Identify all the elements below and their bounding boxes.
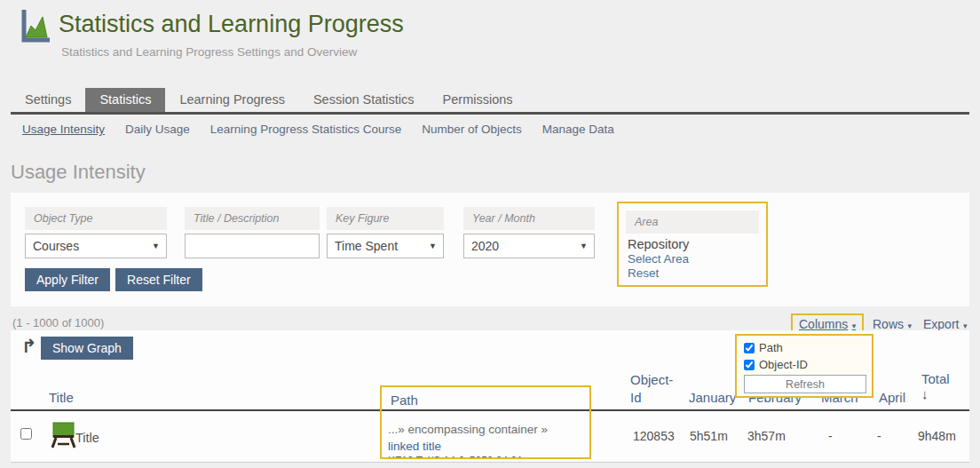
export-caret-icon: ▾ — [963, 321, 968, 330]
filter-year-month-label: Year / Month — [463, 207, 595, 230]
bottom-separator — [11, 462, 969, 463]
year-month-select[interactable]: 2020 ▼ — [463, 234, 595, 258]
object-id-option-label: Object-ID — [759, 358, 808, 371]
subtab-manage-data[interactable]: Manage Data — [542, 123, 614, 136]
row-january-value: 5h51m — [690, 429, 728, 443]
select-caret-icon: ▼ — [580, 234, 588, 258]
object-type-select[interactable]: Courses ▼ — [25, 234, 167, 258]
row-march-value: - — [828, 429, 833, 443]
col-header-january[interactable]: January — [689, 390, 736, 405]
subtab-usage-intensity[interactable]: Usage Intensity — [22, 123, 105, 136]
apply-filter-button[interactable]: Apply Filter — [25, 268, 110, 291]
year-month-value: 2020 — [471, 239, 499, 253]
header-divider — [11, 409, 969, 411]
col-header-object-id[interactable]: Object-Id — [630, 371, 680, 407]
show-graph-button[interactable]: Show Graph — [41, 337, 133, 360]
title-description-input[interactable] — [185, 234, 320, 258]
filter-title-description-label: Title / Description — [185, 207, 320, 230]
rows-link[interactable]: Rows — [873, 317, 904, 331]
tab-learning-progress[interactable]: Learning Progress — [165, 88, 299, 112]
area-reset-link[interactable]: Reset — [628, 266, 766, 280]
course-icon — [51, 421, 75, 453]
row-path-link[interactable]: linked title — [388, 440, 441, 453]
col-header-april[interactable]: April — [879, 390, 905, 405]
subtab-daily-usage[interactable]: Daily Usage — [125, 123, 190, 136]
tab-statistics[interactable]: Statistics — [85, 88, 165, 112]
filter-year-month: Year / Month 2020 ▼ — [463, 207, 595, 258]
subtab-number-of-objects[interactable]: Number of Objects — [422, 123, 522, 136]
row-february-value: 3h57m — [747, 429, 786, 443]
tab-settings[interactable]: Settings — [11, 88, 85, 112]
reset-filter-button[interactable]: Reset Filter — [115, 268, 202, 291]
columns-caret-icon: ▾ — [852, 321, 857, 330]
filter-object-type: Object Type Courses ▼ — [25, 207, 167, 258]
select-area-link[interactable]: Select Area — [628, 252, 766, 266]
path-option-label: Path — [759, 341, 783, 354]
object-id-checkbox[interactable] — [744, 360, 755, 370]
section-heading: Usage Intensity — [11, 161, 146, 184]
subtab-lp-statistics-course[interactable]: Learning Progress Statistics Course — [210, 123, 401, 136]
tab-bar: Settings Statistics Learning Progress Se… — [11, 88, 969, 115]
columns-link[interactable]: Columns — [799, 317, 848, 331]
filter-area-highlight: Area Repository Select Area Reset — [617, 202, 768, 287]
area-value: Repository — [628, 237, 766, 251]
row-path-prefix: ...» encompassing container » — [388, 423, 548, 436]
dropdown-option-path[interactable]: Path — [744, 339, 866, 356]
filter-title-description: Title / Description — [185, 207, 320, 258]
tab-permissions[interactable]: Permissions — [429, 88, 527, 112]
page-subtitle: Statistics and Learning Progress Setting… — [61, 45, 357, 59]
page-title: Statistics and Learning Progress — [59, 11, 404, 38]
key-figure-value: Time Spent — [335, 239, 398, 253]
filter-key-figure-label: Key Figure — [327, 207, 444, 230]
filter-object-type-label: Object Type — [25, 207, 167, 230]
col-header-path[interactable]: Path — [391, 393, 418, 408]
turn-right-arrow-icon: ↱ — [21, 336, 37, 357]
area-chart-icon — [18, 7, 51, 50]
row-object-id: 120853 — [633, 429, 675, 443]
subtab-bar: Usage Intensity Daily Usage Learning Pro… — [22, 123, 614, 136]
filter-buttons: Apply Filter Reset Filter — [25, 268, 202, 291]
dropdown-option-object-id[interactable]: Object-ID — [744, 356, 866, 373]
tab-session-statistics[interactable]: Session Statistics — [299, 88, 429, 112]
columns-dropdown-panel: Path Object-ID Refresh — [735, 334, 873, 398]
result-range-text: (1 - 1000 of 1000) — [12, 316, 104, 329]
row-title-text[interactable]: Title — [75, 431, 99, 445]
refresh-button[interactable]: Refresh — [744, 375, 866, 393]
row-path-clipped-text: KF10 T: I/S 14 J. 5050 04 01 — [388, 455, 583, 459]
key-figure-select[interactable]: Time Spent ▼ — [327, 234, 444, 258]
object-type-value: Courses — [33, 239, 79, 253]
filter-area-label: Area — [626, 210, 759, 234]
export-link[interactable]: Export — [923, 317, 959, 331]
filter-key-figure: Key Figure Time Spent ▼ — [327, 207, 444, 258]
row-april-value: - — [877, 429, 881, 443]
select-caret-icon: ▼ — [152, 234, 160, 258]
row-checkbox[interactable] — [20, 428, 32, 440]
row-total-value: 9h48m — [918, 429, 956, 443]
total-label: Total — [921, 371, 950, 386]
col-header-total[interactable]: Total ↓ — [921, 371, 950, 401]
filter-panel: Object Type Courses ▼ Title / Descriptio… — [11, 193, 969, 306]
rows-caret-icon: ▾ — [907, 321, 912, 330]
sort-desc-arrow-icon[interactable]: ↓ — [921, 386, 950, 401]
col-header-title[interactable]: Title — [49, 390, 74, 405]
select-caret-icon: ▼ — [429, 234, 437, 258]
path-checkbox[interactable] — [744, 343, 755, 353]
